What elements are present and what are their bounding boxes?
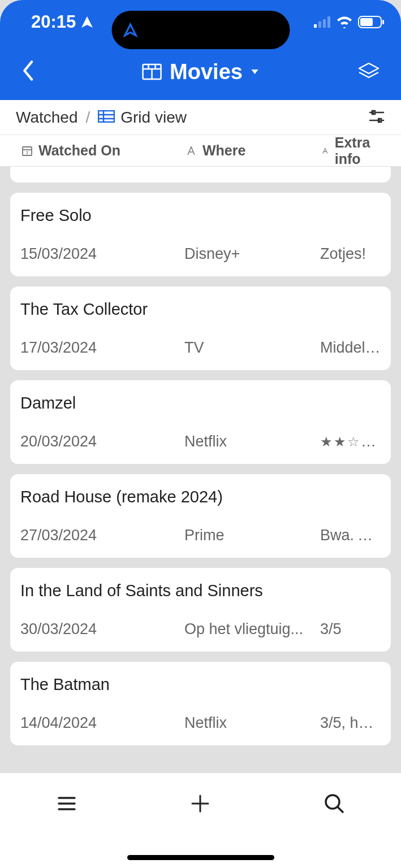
svg-text:7: 7 bbox=[26, 150, 29, 155]
filter-button[interactable] bbox=[368, 108, 385, 127]
column-header-where[interactable]: Where bbox=[186, 142, 321, 159]
status-time: 20:15 bbox=[31, 12, 76, 32]
record-row: 30/03/2024Op het vliegtuig...3/5 bbox=[20, 620, 381, 638]
record-where: TV bbox=[184, 339, 320, 357]
search-button[interactable] bbox=[323, 792, 346, 817]
column-header-date[interactable]: 7 Watched On bbox=[21, 142, 186, 159]
record-where: Disney+ bbox=[184, 245, 320, 263]
svg-rect-2 bbox=[323, 19, 326, 28]
film-icon bbox=[141, 63, 162, 80]
nav-arrow-icon bbox=[123, 23, 137, 37]
record-title: The Batman bbox=[20, 675, 381, 694]
record-date: 27/03/2024 bbox=[20, 527, 184, 544]
svg-rect-6 bbox=[382, 20, 384, 24]
record-extra: 3/5, het had o bbox=[320, 714, 381, 732]
menu-button[interactable] bbox=[55, 792, 78, 817]
svg-rect-12 bbox=[98, 111, 114, 122]
status-right bbox=[314, 16, 384, 28]
record-title: Road House (remake 2024) bbox=[20, 488, 381, 506]
record-title: Damzel bbox=[20, 394, 381, 413]
record-card[interactable]: The Tax Collector17/03/2024TVMiddelmatig bbox=[10, 287, 391, 370]
breadcrumb-separator: / bbox=[85, 108, 90, 127]
record-title: In the Land of Saints and Sinners bbox=[20, 581, 381, 600]
record-row: 20/03/2024Netflix★★☆☆☆ bbox=[20, 433, 381, 450]
grid-icon bbox=[98, 110, 115, 123]
svg-rect-0 bbox=[314, 24, 317, 28]
breadcrumb-table[interactable]: Watched bbox=[16, 108, 77, 127]
signal-icon bbox=[314, 16, 331, 28]
columns-header: 7 Watched On Where Extra info bbox=[0, 135, 401, 167]
record-date: 20/03/2024 bbox=[20, 433, 184, 450]
svg-line-31 bbox=[338, 807, 343, 812]
status-bar: 20:15 bbox=[0, 1, 401, 44]
record-extra: 3/5 bbox=[320, 620, 381, 638]
view-name: Grid view bbox=[120, 108, 187, 127]
page-title: Movies bbox=[170, 60, 243, 84]
record-where: Netflix bbox=[184, 714, 320, 732]
record-title: Free Solo bbox=[20, 206, 381, 225]
record-row: 15/03/2024Disney+Zotjes! bbox=[20, 245, 381, 263]
record-card[interactable]: The Batman14/04/2024Netflix3/5, het had … bbox=[10, 662, 391, 745]
record-extra: Zotjes! bbox=[320, 245, 381, 263]
record-extra: ★★☆☆☆ bbox=[320, 433, 381, 450]
app-header: Movies bbox=[0, 44, 401, 100]
svg-rect-3 bbox=[327, 16, 330, 28]
layers-button[interactable] bbox=[357, 59, 381, 85]
record-date: 14/04/2024 bbox=[20, 714, 184, 732]
column-header-extra[interactable]: Extra info bbox=[321, 134, 380, 167]
view-selector[interactable]: Grid view bbox=[98, 108, 187, 127]
home-indicator[interactable] bbox=[127, 855, 274, 860]
calendar-icon: 7 bbox=[21, 145, 33, 157]
chevron-down-icon bbox=[251, 68, 260, 75]
record-card[interactable]: In the Land of Saints and Sinners30/03/2… bbox=[10, 568, 391, 652]
content-list: Free Solo15/03/2024Disney+Zotjes!The Tax… bbox=[0, 167, 401, 745]
add-button[interactable] bbox=[189, 792, 212, 817]
partial-card[interactable] bbox=[10, 167, 391, 183]
breadcrumb-bar: Watched / Grid view bbox=[0, 100, 401, 135]
battery-icon bbox=[358, 16, 384, 28]
header-title-dropdown[interactable]: Movies bbox=[141, 60, 260, 84]
record-card[interactable]: Free Solo15/03/2024Disney+Zotjes! bbox=[10, 193, 391, 276]
record-date: 15/03/2024 bbox=[20, 245, 184, 263]
location-icon bbox=[80, 15, 94, 29]
record-row: 27/03/2024PrimeBwa. Amusan bbox=[20, 527, 381, 544]
bottom-bar bbox=[0, 773, 401, 868]
svg-rect-1 bbox=[318, 21, 321, 28]
record-date: 30/03/2024 bbox=[20, 620, 184, 638]
text-field-icon bbox=[321, 145, 329, 157]
record-extra: Bwa. Amusan bbox=[320, 527, 381, 544]
record-where: Op het vliegtuig... bbox=[184, 620, 320, 638]
record-where: Prime bbox=[184, 527, 320, 544]
record-row: 17/03/2024TVMiddelmatig bbox=[20, 339, 381, 357]
record-extra: Middelmatig bbox=[320, 339, 381, 357]
record-where: Netflix bbox=[184, 433, 320, 450]
back-button[interactable] bbox=[20, 59, 35, 84]
text-field-icon bbox=[186, 145, 197, 157]
record-date: 17/03/2024 bbox=[20, 339, 184, 357]
record-card[interactable]: Road House (remake 2024)27/03/2024PrimeB… bbox=[10, 474, 391, 558]
svg-rect-5 bbox=[360, 18, 373, 26]
record-row: 14/04/2024Netflix3/5, het had o bbox=[20, 714, 381, 732]
wifi-icon bbox=[337, 16, 352, 28]
record-card[interactable]: Damzel20/03/2024Netflix★★☆☆☆ bbox=[10, 380, 391, 464]
record-title: The Tax Collector bbox=[20, 300, 381, 319]
